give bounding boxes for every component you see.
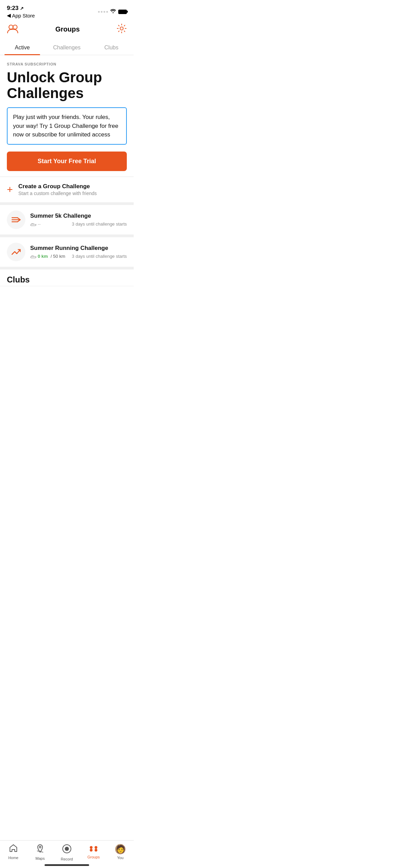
- tab-bar: Active Challenges Clubs: [0, 40, 134, 55]
- tab-clubs[interactable]: Clubs: [89, 40, 134, 55]
- subscription-label: STRAVA SUBSCRIPTION: [7, 62, 127, 66]
- status-icons: [98, 9, 127, 15]
- challenge-shoe-summer-5k: --: [30, 221, 41, 227]
- subscription-description: Play just with your friends. Your rules,…: [7, 107, 127, 145]
- challenge-days-5k: 3 days until challenge starts: [72, 221, 127, 227]
- create-challenge-item[interactable]: + Create a Group Challenge Start a custo…: [0, 177, 134, 205]
- challenge-icon-summer-5k: [7, 210, 25, 229]
- status-time: 9:23 ↗: [7, 5, 35, 12]
- wifi-icon: [110, 9, 116, 15]
- tab-active[interactable]: Active: [0, 40, 45, 55]
- subscription-title: Unlock Group Challenges: [7, 70, 127, 101]
- create-challenge-subtitle: Start a custom challenge with friends: [19, 191, 97, 196]
- challenge-name-summer-running: Summer Running Challenge: [30, 245, 127, 252]
- challenge-name-summer-5k: Summer 5k Challenge: [30, 213, 127, 219]
- svg-point-1: [13, 25, 17, 29]
- challenge-meta-summer-running: 0 km / 50 km 3 days until challenge star…: [30, 254, 127, 259]
- back-label: App Store: [12, 13, 35, 19]
- back-arrow: ◀: [7, 12, 11, 19]
- tab-active-label: Active: [15, 45, 30, 50]
- challenge-icon-summer-running: [7, 243, 25, 261]
- svg-point-0: [9, 25, 13, 29]
- challenge-item-summer-running[interactable]: Summer Running Challenge 0 km / 50 km 3 …: [0, 237, 134, 269]
- time-display: 9:23: [7, 5, 19, 12]
- challenge-item-summer-5k[interactable]: Summer 5k Challenge -- 3 days until chal…: [0, 205, 134, 237]
- plus-icon: +: [7, 184, 13, 195]
- status-left: 9:23 ↗ ◀ App Store: [7, 5, 35, 19]
- challenge-info-summer-running: Summer Running Challenge 0 km / 50 km 3 …: [30, 245, 127, 259]
- clubs-partial: Clubs: [0, 269, 134, 286]
- challenge-distance-current-5k: --: [38, 221, 41, 227]
- page-title: Groups: [55, 25, 80, 33]
- create-challenge-text: Create a Group Challenge Start a custom …: [19, 183, 97, 196]
- main-content: STRAVA SUBSCRIPTION Unlock Group Challen…: [0, 55, 134, 314]
- tab-clubs-label: Clubs: [105, 45, 119, 50]
- subscription-section: STRAVA SUBSCRIPTION Unlock Group Challen…: [0, 55, 134, 177]
- tab-challenges[interactable]: Challenges: [45, 40, 89, 55]
- location-icon: ↗: [20, 6, 24, 11]
- trial-button[interactable]: Start Your Free Trial: [7, 152, 127, 171]
- svg-point-2: [120, 27, 123, 30]
- status-bar: 9:23 ↗ ◀ App Store: [0, 0, 134, 21]
- tab-challenges-label: Challenges: [53, 45, 81, 50]
- back-button[interactable]: ◀ App Store: [7, 12, 35, 19]
- challenge-distance-current-running: 0 km: [38, 254, 48, 259]
- clubs-partial-title: Clubs: [7, 275, 127, 285]
- challenge-distance-total-running: / 50 km: [51, 254, 65, 259]
- settings-icon[interactable]: [117, 23, 127, 35]
- challenge-shoe-summer-running: 0 km / 50 km: [30, 254, 65, 259]
- create-challenge-title: Create a Group Challenge: [19, 183, 97, 190]
- challenge-days-running: 3 days until challenge starts: [72, 254, 127, 259]
- groups-icon: [7, 24, 19, 35]
- battery-icon: [118, 10, 127, 14]
- challenge-info-summer-5k: Summer 5k Challenge -- 3 days until chal…: [30, 213, 127, 227]
- page-header: Groups: [0, 21, 134, 40]
- challenge-meta-summer-5k: -- 3 days until challenge starts: [30, 221, 127, 227]
- signal-dots: [98, 11, 108, 13]
